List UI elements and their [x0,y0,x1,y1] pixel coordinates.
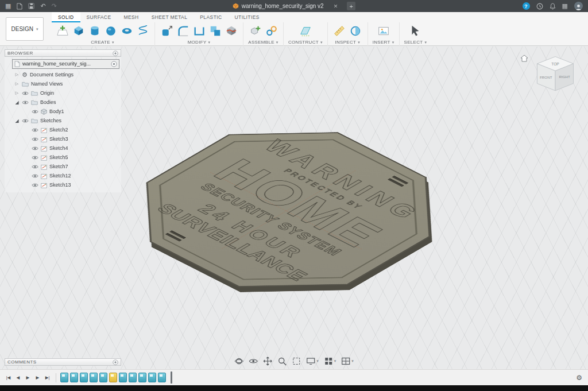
group-label-assemble[interactable]: ASSEMBLE ▾ [248,40,278,45]
group-label-modify[interactable]: MODIFY ▾ [188,40,211,45]
group-label-inspect[interactable]: INSPECT ▾ [335,40,360,45]
go-to-end-button[interactable]: ▶| [43,373,52,382]
look-at-icon[interactable] [249,358,258,365]
box-icon[interactable] [71,24,86,38]
job-status-clock-icon[interactable] [536,3,543,10]
timeline-feature-sketch-icon[interactable] [148,373,156,382]
view-cube-front-label[interactable]: FRONT [540,75,552,79]
browser-item-bodies[interactable]: ◢ Bodies [5,98,121,107]
activate-component-radio[interactable] [111,61,117,67]
play-button[interactable]: ▶ [24,373,32,382]
extensions-grid-icon[interactable]: ▦ [562,3,568,9]
timeline-feature-sketch-icon[interactable] [80,373,88,382]
expand-caret-icon[interactable]: ▷ [14,91,20,95]
timeline-feature-sketch-icon[interactable] [90,373,98,382]
browser-item-sketches[interactable]: ◢ Sketches [5,116,121,125]
new-component-icon[interactable] [248,24,262,38]
document-tab[interactable]: warning_home_security_sign v2 ✕ [233,3,338,9]
timeline-playhead-marker[interactable] [171,371,172,384]
browser-item-origin[interactable]: ▷ Origin [5,88,121,98]
pan-icon[interactable] [263,357,272,366]
timeline-feature-sketch-icon[interactable] [129,373,137,382]
home-icon[interactable] [520,55,528,62]
collapse-panel-icon[interactable] [113,359,118,365]
comments-panel-header[interactable]: COMMENTS [5,358,121,366]
browser-item-sketch2[interactable]: Sketch2 [5,125,121,134]
construction-plane-icon[interactable] [298,24,312,38]
select-cursor-icon[interactable] [408,24,423,38]
collapse-panel-icon[interactable] [113,51,118,56]
torus-icon[interactable] [119,24,134,38]
visibility-eye-icon[interactable] [32,146,38,151]
coil-icon[interactable] [136,24,150,38]
collapse-caret-icon[interactable]: ◢ [14,118,20,123]
view-cube-graphic[interactable]: TOP FRONT RIGHT [531,51,580,100]
go-to-start-button[interactable]: |◀ [4,373,13,382]
visibility-eye-icon[interactable] [32,173,38,179]
visibility-eye-icon[interactable] [32,127,38,133]
visibility-eye-icon[interactable] [32,137,38,142]
expand-caret-icon[interactable]: ▷ [14,82,20,86]
visibility-eye-icon[interactable] [32,109,38,114]
browser-root-item[interactable]: warning_home_security_sig... [12,59,119,69]
orbit-icon[interactable] [234,357,243,366]
browser-item-named-views[interactable]: ▷ Named Views [5,79,121,88]
browser-item-sketch3[interactable]: Sketch3 [5,134,121,144]
timeline-feature-sketch-icon[interactable] [158,373,166,382]
group-label-create[interactable]: CREATE ▾ [91,40,114,45]
viewports-button[interactable]: ▾ [341,357,354,366]
section-analysis-icon[interactable] [349,24,363,38]
step-forward-button[interactable]: ▶ [33,373,42,382]
joint-icon[interactable] [264,24,278,38]
apps-grid-icon[interactable]: ▦ [5,3,11,9]
browser-item-sketch12[interactable]: Sketch12 [5,171,121,180]
step-back-button[interactable]: ◀ [14,373,22,382]
save-icon[interactable] [28,3,34,9]
visibility-eye-icon[interactable] [22,100,29,105]
shell-icon[interactable] [192,24,206,38]
tab-solid[interactable]: SOLID [52,12,80,22]
tab-sheet-metal[interactable]: SHEET METAL [145,12,194,22]
browser-item-document-settings[interactable]: ▷ ⚙ Document Settings [5,70,121,79]
view-cube-right-label[interactable]: RIGHT [559,75,571,79]
new-tab-button[interactable]: + [347,2,355,10]
view-cube[interactable]: TOP FRONT RIGHT [520,51,580,102]
close-tab-icon[interactable]: ✕ [334,3,338,9]
timeline-feature-current-icon[interactable] [109,373,117,382]
tab-mesh[interactable]: MESH [117,12,145,22]
3d-viewport[interactable]: WARNING PROTECTED BY HOME SECURITY SYSTE… [0,47,588,369]
tab-utilities[interactable]: UTILITIES [229,12,266,22]
browser-panel-header[interactable]: BROWSER [5,49,121,57]
workspace-dropdown[interactable]: DESIGN ▾ [6,17,44,41]
group-label-insert[interactable]: INSERT ▾ [373,40,394,45]
file-icon[interactable] [17,3,22,10]
group-label-select[interactable]: SELECT ▾ [404,40,427,45]
group-label-construct[interactable]: CONSTRUCT ▾ [288,40,323,45]
grid-settings-button[interactable]: ▾ [324,357,336,366]
browser-item-sketch4[interactable]: Sketch4 [5,144,121,153]
press-pull-icon[interactable] [160,24,174,38]
undo-icon[interactable]: ↶ [40,3,45,9]
combine-icon[interactable] [208,24,222,38]
expand-caret-icon[interactable]: ▷ [14,72,20,77]
notifications-bell-icon[interactable] [550,3,556,10]
measure-icon[interactable] [332,24,347,38]
timeline-feature-sketch-icon[interactable] [60,373,68,382]
tab-surface[interactable]: SURFACE [80,12,118,22]
zoom-icon[interactable] [277,357,287,366]
fillet-icon[interactable] [176,24,190,38]
timeline-feature-sketch-icon[interactable] [99,373,107,382]
timeline-feature-sketch-icon[interactable] [138,373,146,382]
browser-item-body1[interactable]: Body1 [5,107,121,116]
visibility-eye-icon[interactable] [32,155,38,160]
timeline-feature-sketch-icon[interactable] [70,373,78,382]
visibility-eye-icon[interactable] [32,164,38,169]
browser-item-sketch7[interactable]: Sketch7 [5,162,121,171]
timeline-feature-sketch-icon[interactable] [119,373,127,382]
display-settings-button[interactable]: ▾ [306,357,319,366]
visibility-eye-icon[interactable] [32,183,38,188]
create-sketch-icon[interactable] [55,24,69,38]
visibility-eye-icon[interactable] [22,118,29,123]
redo-icon[interactable]: ↷ [52,3,57,9]
timeline-settings-gear-icon[interactable]: ⚙ [576,374,582,381]
